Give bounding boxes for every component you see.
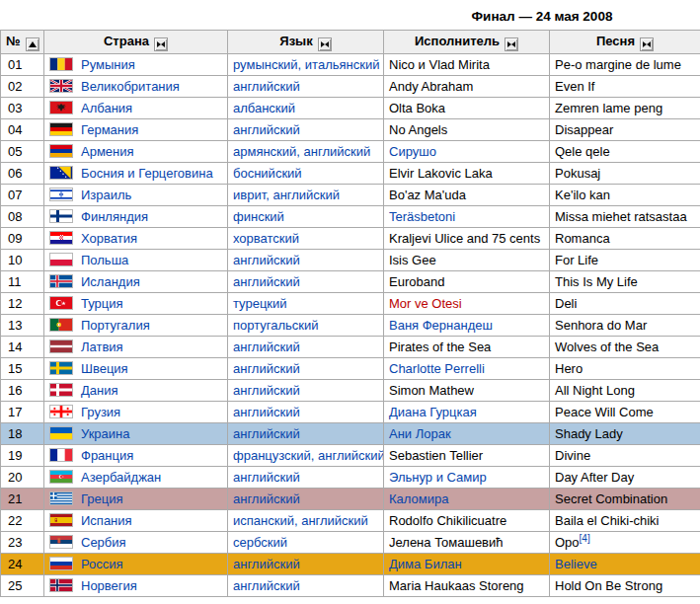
song-link[interactable]: Believe xyxy=(555,557,597,571)
entry-row: 08ФинляндияфинскийTeräsbetoniMissa miehe… xyxy=(1,206,700,228)
entry-row: 20АзербайджананглийскийЭльнур и СамирDay… xyxy=(1,467,700,489)
sort-icon xyxy=(325,41,329,47)
country-link[interactable]: Польша xyxy=(81,254,128,268)
performer-cell: Дима Билан xyxy=(384,554,550,575)
song-cell: Disappear xyxy=(550,119,700,141)
country-link[interactable]: Хорватия xyxy=(81,232,137,247)
performer-cell: Olta Boka xyxy=(384,98,550,119)
country-link[interactable]: Испания xyxy=(81,514,132,529)
performer-link[interactable]: Charlotte Perrelli xyxy=(389,361,485,376)
performer-link[interactable]: Каломира xyxy=(389,491,448,506)
language-link[interactable]: сербский xyxy=(233,535,287,550)
language-cell: албанский xyxy=(228,98,384,119)
country-link[interactable]: Франция xyxy=(81,449,133,464)
sort-button[interactable] xyxy=(318,38,332,51)
language-link[interactable]: иврит, английский xyxy=(233,188,340,202)
footnote-link[interactable]: [4] xyxy=(580,533,590,544)
position-cell: 07 xyxy=(1,185,44,206)
country-link[interactable]: Азербайджан xyxy=(81,471,161,486)
country-link[interactable]: Босния и Герцеговина xyxy=(81,167,213,182)
language-cell: французский, английский xyxy=(228,445,384,467)
language-link[interactable]: английский xyxy=(233,491,300,506)
song-text: Shady Lady xyxy=(555,426,623,441)
country-link[interactable]: Греция xyxy=(81,492,123,507)
performer-text: Euroband xyxy=(389,274,444,289)
language-link[interactable]: хорватский xyxy=(233,231,299,246)
language-link[interactable]: английский xyxy=(233,405,300,419)
language-cell: хорватский xyxy=(228,228,384,250)
song-cell: Pe-o margine de lume xyxy=(550,54,700,76)
country-link[interactable]: Португалия xyxy=(81,319,150,334)
country-link[interactable]: Албания xyxy=(81,102,132,116)
language-link[interactable]: английский xyxy=(233,79,300,94)
performer-link[interactable]: Сирушо xyxy=(389,144,436,159)
language-link[interactable]: боснийский xyxy=(233,166,302,181)
language-link[interactable]: французский, английский xyxy=(233,448,384,463)
country-link[interactable]: Армения xyxy=(81,145,134,160)
song-text: Deli xyxy=(555,296,577,311)
language-link[interactable]: английский xyxy=(233,557,300,571)
language-cell: английский xyxy=(228,337,384,358)
language-link[interactable]: английский xyxy=(233,361,300,376)
country-cell: Азербайджан xyxy=(44,467,228,489)
country-link[interactable]: Турция xyxy=(81,297,123,312)
language-link[interactable]: английский xyxy=(233,340,300,354)
performer-link[interactable]: Teräsbetoni xyxy=(389,209,455,224)
language-link[interactable]: румынский, итальянский xyxy=(233,57,379,72)
language-link[interactable]: английский xyxy=(233,578,300,593)
country-link[interactable]: Сербия xyxy=(81,536,126,551)
performer-link[interactable]: Диана Гурцкая xyxy=(389,405,477,419)
country-link[interactable]: Финляндия xyxy=(81,210,148,225)
flag-russia-icon xyxy=(49,557,73,570)
entry-row: 21ГрецияанглийскийКаломираSecret Combina… xyxy=(1,489,700,510)
country-link[interactable]: Великобритания xyxy=(81,80,180,95)
language-link[interactable]: финский xyxy=(233,209,284,224)
country-link[interactable]: Норвегия xyxy=(81,579,137,594)
song-text: Disappear xyxy=(555,122,613,137)
country-cell: Румыния xyxy=(44,54,228,76)
sort-icon xyxy=(161,41,165,47)
performer-cell: Ани Лорак xyxy=(384,423,550,445)
language-link[interactable]: турецкий xyxy=(233,296,287,311)
performer-link[interactable]: Эльнур и Самир xyxy=(389,470,487,485)
performer-text: Kraljevi Ulice and 75 cents xyxy=(389,231,540,246)
language-cell: румынский, итальянский xyxy=(228,54,384,76)
sort-button[interactable] xyxy=(640,38,654,51)
country-link[interactable]: Исландия xyxy=(81,275,140,290)
position-cell: 04 xyxy=(1,119,44,141)
column-header-country: Страна xyxy=(44,31,228,54)
country-link[interactable]: Израиль xyxy=(81,189,131,203)
language-link[interactable]: английский xyxy=(233,253,300,267)
country-link[interactable]: Швеция xyxy=(81,362,128,377)
language-link[interactable]: английский xyxy=(233,470,300,485)
performer-link[interactable]: Дима Билан xyxy=(389,557,462,571)
performer-link[interactable]: Ваня Фернандеш xyxy=(389,318,493,333)
entry-row: 23СербиясербскийЈелена ТомашевићОро[4] xyxy=(1,532,700,554)
language-link[interactable]: английский xyxy=(233,122,300,137)
sort-ascending-button[interactable] xyxy=(26,38,39,51)
country-cell: Дания xyxy=(44,380,228,402)
language-link[interactable]: португальский xyxy=(233,318,319,333)
language-link[interactable]: албанский xyxy=(233,101,295,115)
country-link[interactable]: Румыния xyxy=(81,58,135,73)
language-link[interactable]: английский xyxy=(233,426,300,441)
performer-link[interactable]: Ани Лорак xyxy=(389,426,451,441)
country-link[interactable]: Грузия xyxy=(81,406,120,420)
language-link[interactable]: английский xyxy=(233,274,300,289)
language-link[interactable]: армянский, английский xyxy=(233,144,370,159)
song-cell: For Life xyxy=(550,250,700,271)
sort-button[interactable] xyxy=(505,38,518,51)
language-link[interactable]: испанский, английский xyxy=(233,513,368,528)
country-link[interactable]: Латвия xyxy=(81,340,123,355)
flag-romania-icon xyxy=(49,57,73,71)
sort-button[interactable] xyxy=(154,38,168,51)
country-cell: Турция xyxy=(44,293,228,315)
language-link[interactable]: английский xyxy=(233,383,300,398)
country-link[interactable]: Германия xyxy=(81,123,138,138)
country-link[interactable]: Украина xyxy=(81,427,130,442)
country-link[interactable]: Россия xyxy=(81,558,123,572)
country-link[interactable]: Дания xyxy=(81,384,118,399)
song-cell: This Is My Life xyxy=(550,271,700,293)
position-cell: 23 xyxy=(1,532,44,554)
performer-red-link[interactable]: Mor ve Otesi xyxy=(389,296,462,311)
